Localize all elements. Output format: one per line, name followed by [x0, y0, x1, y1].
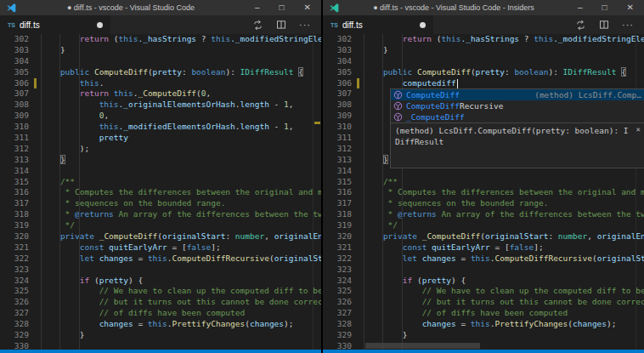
line-number: 324: [323, 276, 352, 287]
line-number: 304: [323, 56, 352, 67]
code-line[interactable]: 324 if (pretty) {: [0, 276, 321, 287]
line-number: 328: [0, 319, 29, 330]
code-line[interactable]: 325 // We have to clean up the computed …: [0, 286, 321, 297]
suggest-item[interactable]: ComputeDiff(method) LcsDiff.Comp…: [391, 89, 644, 100]
code-line[interactable]: 302 return (this._hasStrings ? this._mod…: [0, 34, 321, 45]
code-line[interactable]: 330: [0, 341, 321, 350]
code-line[interactable]: 311 pretty: [0, 133, 321, 144]
minimize-button[interactable]: –: [578, 0, 583, 15]
code-line[interactable]: 306 computediff: [323, 78, 644, 89]
code-line[interactable]: 305 public ComputeDiff(pretty: boolean):…: [323, 67, 644, 78]
unsaved-dot-icon[interactable]: [420, 22, 426, 28]
code-line[interactable]: 313 }: [0, 155, 321, 166]
code-line[interactable]: 317 * sequences on the bounded range.: [0, 198, 321, 209]
code-text: // We have to clean up the computed diff…: [41, 286, 321, 297]
maximize-button[interactable]: □: [280, 0, 285, 15]
code-text: const quitEarlyArr = [false];: [41, 242, 221, 253]
code-text: */: [364, 220, 398, 231]
typescript-file-icon: TS: [8, 22, 15, 28]
code-line[interactable]: 305 public ComputeDiff(pretty: boolean):…: [0, 67, 321, 78]
code-line[interactable]: 320 private _ComputeDiff(originalStart: …: [0, 231, 321, 242]
code-line[interactable]: 323: [323, 265, 644, 276]
code-line[interactable]: 326 // but it turns out this cannot be d…: [0, 297, 321, 308]
close-icon[interactable]: ✕: [636, 124, 641, 135]
suggest-item[interactable]: _ComputeDiff: [391, 111, 644, 122]
code-line[interactable]: 322 let changes = this.ComputeDiffRecurs…: [323, 253, 644, 265]
code-line[interactable]: 306 this.: [0, 78, 321, 89]
line-number: 306: [323, 78, 352, 89]
code-line[interactable]: 307 return this._ComputeDiff(0,: [0, 88, 321, 100]
code-line[interactable]: 328 changes = this.PrettifyChanges(chang…: [323, 319, 644, 330]
line-number: 319: [0, 220, 29, 231]
code-line[interactable]: 308 this._originalElementsOrHash.length …: [0, 100, 321, 111]
code-line[interactable]: 316 * Computes the differences between t…: [323, 187, 644, 198]
code-line[interactable]: 319 */: [0, 220, 321, 231]
status-bar: [323, 350, 644, 353]
close-button[interactable]: ✕: [304, 0, 311, 15]
more-actions-icon[interactable]: ···: [299, 20, 311, 29]
code-line[interactable]: 328 changes = this.PrettifyChanges(chang…: [0, 319, 321, 330]
code-line[interactable]: 315 /**: [323, 177, 644, 188]
overview-modified-marker: [314, 122, 320, 124]
code-text: return (this._hasStrings ? this._modifie…: [364, 34, 644, 45]
code-line[interactable]: 321 const quitEarlyArr = [false];: [0, 242, 321, 253]
code-line[interactable]: 316 * Computes the differences between t…: [0, 187, 321, 198]
vscode-insiders-logo-icon: [329, 3, 340, 14]
tab-diff-ts[interactable]: TS diff.ts: [0, 15, 110, 34]
line-number: 322: [323, 253, 352, 265]
line-number: 307: [0, 88, 29, 100]
code-line[interactable]: 304: [323, 56, 644, 67]
status-bar: [0, 350, 321, 353]
suggest-item-label: ComputeDiffRecursive: [406, 101, 503, 111]
vscode-logo-icon: [6, 3, 17, 14]
line-number: 313: [0, 155, 29, 166]
code-editor[interactable]: 302 return (this._hasStrings ? this._mod…: [323, 34, 644, 350]
minimize-button[interactable]: –: [255, 0, 260, 15]
code-text: return this._ComputeDiff(0,: [41, 88, 211, 100]
code-line[interactable]: 312 );: [0, 144, 321, 155]
close-button[interactable]: ✕: [627, 0, 634, 15]
code-editor[interactable]: 302 return (this._hasStrings ? this._mod…: [0, 34, 321, 350]
code-line[interactable]: 304: [0, 56, 321, 67]
code-line[interactable]: 303 }: [323, 45, 644, 56]
line-number: 302: [0, 34, 29, 45]
split-editor-icon[interactable]: [276, 20, 286, 30]
suggest-item[interactable]: ComputeDiffRecursive: [391, 100, 644, 111]
maximize-button[interactable]: □: [602, 0, 607, 15]
code-line[interactable]: 325 // We have to clean up the computed …: [323, 286, 644, 297]
code-text: public ComputeDiff(pretty: boolean): IDi…: [41, 67, 303, 78]
code-line[interactable]: 322 let changes = this.ComputeDiffRecurs…: [0, 253, 321, 265]
open-changes-icon[interactable]: [575, 20, 586, 31]
horizontal-scrollbar[interactable]: [365, 343, 480, 349]
unsaved-dot-icon[interactable]: [97, 22, 103, 28]
code-line[interactable]: 323: [0, 265, 321, 276]
code-line[interactable]: 317 * sequences on the bounded range.: [323, 198, 644, 209]
code-line[interactable]: 320 private _ComputeDiff(originalStart: …: [323, 231, 644, 242]
code-line[interactable]: 309 0,: [0, 111, 321, 122]
code-line[interactable]: 303 }: [0, 45, 321, 56]
code-line[interactable]: 329 }: [0, 330, 321, 341]
line-number: 305: [323, 67, 352, 78]
open-changes-icon[interactable]: [252, 20, 263, 31]
line-number: 318: [323, 209, 352, 220]
suggest-widget: ComputeDiff(method) LcsDiff.Comp…Compute…: [390, 88, 644, 168]
code-line[interactable]: 318 * @returns An array of the differenc…: [323, 209, 644, 220]
code-line[interactable]: 327 // of diffs have been computed: [0, 308, 321, 319]
split-editor-icon[interactable]: [599, 20, 609, 30]
code-text: // but it turns out this cannot be done …: [41, 297, 321, 308]
code-line[interactable]: 319 */: [323, 220, 644, 231]
code-line[interactable]: 315 /**: [0, 177, 321, 188]
code-line[interactable]: 310 this._modifiedElementsOrHash.length …: [0, 122, 321, 133]
tab-diff-ts[interactable]: TS diff.ts: [323, 15, 433, 34]
code-line[interactable]: 318 * @returns An array of the differenc…: [0, 209, 321, 220]
code-line[interactable]: 302 return (this._hasStrings ? this._mod…: [323, 34, 644, 45]
code-line[interactable]: 326 // but it turns out this cannot be d…: [323, 297, 644, 308]
code-line[interactable]: 329 }: [323, 330, 644, 341]
more-actions-icon[interactable]: ···: [622, 20, 634, 29]
code-line[interactable]: 321 const quitEarlyArr = [false];: [323, 242, 644, 253]
suggest-item-detail: (method) LcsDiff.Comp…: [534, 90, 641, 100]
code-line[interactable]: 324 if (pretty) {: [323, 276, 644, 287]
code-text: }: [41, 155, 65, 166]
code-line[interactable]: 314: [0, 166, 321, 177]
code-line[interactable]: 327 // of diffs have been computed: [323, 308, 644, 319]
